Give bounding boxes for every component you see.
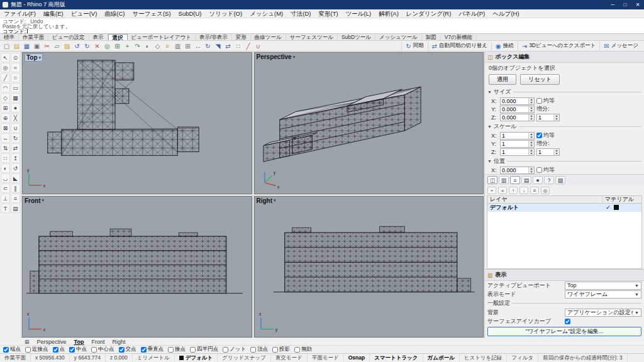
toolbar-tab[interactable]: 表示 [89, 34, 108, 40]
menu-item[interactable]: サーフェス(S) [129, 9, 175, 18]
rectangle-tool[interactable]: ▭ [11, 83, 20, 92]
surface-tool[interactable]: ▦ [11, 93, 20, 102]
isocurve-checkbox[interactable] [565, 319, 641, 324]
print-icon[interactable]: ▣ [32, 41, 42, 51]
materials-panel-tab-icon[interactable]: ● [533, 176, 543, 184]
extrude-tool[interactable]: ↥ [11, 153, 20, 163]
toolbar-tab[interactable]: SubDツール [338, 34, 375, 40]
position-x-field[interactable]: ▲▼ [500, 167, 535, 174]
position-section-header[interactable]: ▼ 位置 [485, 156, 644, 166]
size-uniform-checkbox[interactable]: 均等 [536, 97, 555, 105]
move-tool[interactable]: ↔ [1, 133, 10, 143]
status-segment[interactable]: デフォルト [175, 354, 218, 362]
scale-increment-field[interactable]: ▲▼ [536, 148, 560, 156]
sync-icon[interactable]: ↻ 同期 [401, 41, 427, 51]
viewport-tab[interactable]: Front [91, 339, 104, 345]
connect-icon[interactable]: ◉ 接続 [491, 41, 518, 51]
boxedit-panel-header[interactable]: ◫ ボックス編集 [485, 52, 644, 63]
export-3d-view-icon[interactable]: ⇥ 3Dビューへのエクスポート [518, 41, 600, 51]
mirror-icon[interactable]: ⇄ [223, 41, 233, 51]
close-button[interactable]: ✕ [631, 0, 644, 9]
properties-panel-tab-icon[interactable]: ▤ [521, 176, 531, 184]
size-x-field[interactable]: ▲▼ [500, 97, 535, 105]
auto-sync-toggle-icon[interactable]: ⇄ 自動同期の切り替え [428, 41, 492, 51]
copy-icon[interactable]: ▱ [52, 41, 62, 51]
osnap-toggle[interactable]: 接点 [168, 346, 186, 353]
stepper[interactable]: ▲▼ [528, 98, 534, 104]
pan-icon[interactable]: + [123, 41, 132, 51]
redo-icon[interactable]: ↻ [82, 41, 92, 51]
delete-layer-icon[interactable]: × [498, 187, 507, 194]
sphere-tool[interactable]: ● [11, 103, 20, 112]
viewport-right[interactable]: Right ▾ [254, 196, 484, 338]
command-area[interactable]: コマンド: _Undo Pasteを元に戻しています。 コマンド: [0, 18, 644, 34]
size-y-field[interactable]: ▲▼ [500, 106, 535, 113]
trim-icon[interactable]: ╱ [243, 41, 253, 51]
join-icon[interactable]: ∪ [253, 41, 263, 51]
line-tool[interactable]: ╱ [1, 73, 10, 82]
maximize-button[interactable]: □ [619, 0, 631, 9]
status-segment[interactable]: ミリメートル [133, 354, 175, 362]
menu-item[interactable]: パネル(P) [455, 9, 489, 18]
viewport-tab[interactable]: Right [112, 339, 125, 345]
display-panel-header[interactable]: ▥ 表示 [485, 270, 644, 281]
sweep-tool[interactable]: ◡ [1, 173, 10, 183]
curve-tool[interactable]: ≈ [11, 63, 20, 72]
revolve-tool[interactable]: ↺ [11, 163, 20, 173]
menu-item[interactable]: メッシュ(M) [246, 9, 287, 18]
osnap-toggle[interactable]: ノット [223, 346, 246, 353]
delete-icon[interactable]: ✕ [92, 41, 102, 51]
new-layer-icon[interactable]: + [487, 187, 496, 194]
stepper[interactable]: ▲▼ [528, 106, 534, 112]
osnap-toggle[interactable]: 頂点 [250, 346, 268, 353]
menu-item[interactable]: 変形(T) [314, 9, 341, 18]
status-segment[interactable]: 直交モード [271, 354, 308, 362]
chevron-down-icon[interactable]: ▾ [42, 198, 45, 203]
polygon-tool[interactable]: ◇ [1, 93, 10, 102]
stepper[interactable]: ▲▼ [553, 149, 559, 155]
layer-tools-icon[interactable]: ◎ [541, 187, 550, 194]
osnap-toggle[interactable]: 交点 [119, 346, 136, 353]
join-tool[interactable]: ∪ [11, 123, 20, 133]
chevron-down-icon[interactable]: ▾ [293, 55, 296, 60]
undo-icon[interactable]: ↺ [72, 41, 82, 51]
menu-item[interactable]: ヘルプ(H) [489, 9, 523, 18]
toolbar-tab[interactable]: 製図 [422, 34, 441, 40]
circle-tool[interactable]: ○ [11, 73, 20, 82]
wireframe-view-icon[interactable]: ◇ [153, 41, 162, 51]
osnap-toggle[interactable]: 端点 [3, 346, 21, 353]
status-segment[interactable]: 平面モード [308, 354, 344, 362]
command-prompt[interactable]: コマンド: [3, 29, 641, 34]
toolbar-tab[interactable]: ビューの設定 [48, 34, 89, 40]
viewport-front[interactable]: Front ▾ [22, 196, 252, 338]
menu-item[interactable]: レンダリング(R) [402, 9, 455, 18]
menu-item[interactable]: 曲線(C) [101, 9, 128, 18]
layers-panel-tab-icon[interactable]: ≡ [510, 176, 520, 184]
loft-tool[interactable]: ◐ [1, 163, 10, 173]
toolbar-tab[interactable]: サーフェスツール [286, 34, 338, 40]
perpendicular-tool[interactable]: ⊥ [1, 194, 10, 203]
toolbar-tab[interactable]: 作業平面 [19, 34, 48, 40]
menu-item[interactable]: ビュー(V) [67, 9, 101, 18]
toolbar-tab[interactable]: メッシュツール [375, 34, 422, 40]
status-segment[interactable]: y 6643.774 [70, 354, 106, 362]
status-segment[interactable]: z 0.000 [106, 354, 133, 362]
chevron-down-icon[interactable]: ▾ [274, 198, 276, 203]
lasso-select-tool[interactable]: ⊙ [11, 53, 20, 62]
layers-tool[interactable]: ≡ [11, 194, 20, 203]
status-segment[interactable]: フィルタ [507, 354, 538, 362]
box-tool[interactable]: ⊞ [1, 103, 10, 112]
help-panel-tab-icon[interactable]: ? [544, 176, 554, 184]
osnap-toggle[interactable]: 近接点 [25, 346, 48, 353]
parallel-tool[interactable]: ∥ [11, 184, 20, 193]
toolbar-tab[interactable]: 選択 [108, 34, 128, 40]
scale-tool[interactable]: ⇅ [1, 143, 10, 153]
viewport-top[interactable]: Top ▾ [22, 52, 252, 194]
split-tool[interactable]: ╳ [11, 113, 20, 123]
current-layer-check-icon[interactable]: ✓ [602, 204, 614, 211]
array-tool[interactable]: ∷ [1, 153, 10, 163]
menu-item[interactable]: 編集(E) [40, 9, 67, 18]
reset-button[interactable]: リセット [520, 74, 560, 85]
arc-tool[interactable]: ◠ [1, 83, 10, 92]
text-tool[interactable]: T [1, 204, 10, 213]
